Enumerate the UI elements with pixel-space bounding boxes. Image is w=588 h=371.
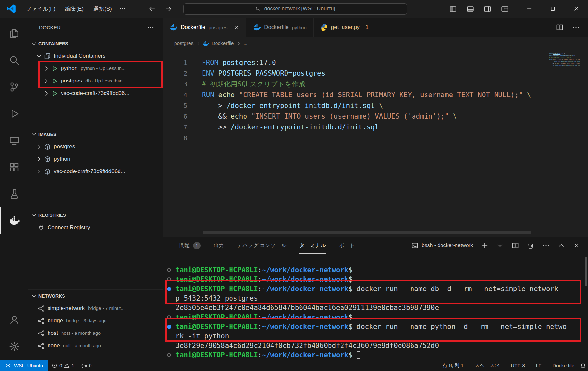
ports-status[interactable]: 0 <box>78 360 95 371</box>
new-terminal-icon[interactable] <box>481 242 488 249</box>
section-header-containers[interactable]: CONTAINERS <box>28 37 163 50</box>
split-terminal-icon[interactable] <box>512 242 519 249</box>
breadcrumb-item[interactable]: Dockerfile <box>203 40 234 47</box>
kill-terminal-icon[interactable] <box>527 242 534 249</box>
command-decoration[interactable] <box>167 268 171 272</box>
code-editor[interactable]: 1FROM postgres:17.02ENV POSTGRES_PASSWOR… <box>163 50 588 237</box>
panel-tab[interactable]: デバッグ コンソール <box>237 237 286 254</box>
tree-item-host[interactable]: hosthost - a month ago <box>28 327 163 339</box>
network-icon <box>38 318 45 324</box>
minimap[interactable]: FROM postgres:17.0ENV POSTGRES_PASSWORD=… <box>549 53 580 68</box>
activitybar-item-explorer[interactable] <box>0 20 28 47</box>
tree-item-individual-containers[interactable]: Individual Containers <box>28 50 163 62</box>
menu-item[interactable]: 編集(E) <box>60 3 89 15</box>
line-number: 8 <box>163 133 187 143</box>
terminal-line: 3e8f29e79058a4c6d29c2104f0cb732fb4060bdf… <box>163 341 588 350</box>
activitybar-item-run-debug[interactable] <box>0 100 28 127</box>
activitybar-item-accounts[interactable] <box>0 306 28 333</box>
play-icon <box>51 78 58 84</box>
item-label: python <box>61 65 77 72</box>
tab-list: DockerfilepostgresDockerfilepythonget_us… <box>163 18 375 37</box>
forward-button[interactable] <box>165 5 172 13</box>
search-icon <box>9 55 20 66</box>
activitybar-item-testing[interactable] <box>0 181 28 207</box>
terminal-dropdown-icon[interactable] <box>497 242 504 249</box>
command-decoration[interactable] <box>167 315 171 319</box>
menu-overflow-button[interactable] <box>117 3 128 14</box>
minimize-button[interactable] <box>518 0 541 18</box>
tab-dockerfile[interactable]: Dockerfilepython <box>246 18 314 37</box>
section-header-images[interactable]: IMAGES <box>28 128 163 141</box>
back-button[interactable] <box>148 5 156 13</box>
panel-tab[interactable]: 問題1 <box>179 237 201 254</box>
activitybar-item-search[interactable] <box>0 47 28 74</box>
close-tab-icon[interactable] <box>234 24 240 30</box>
close-panel-icon[interactable] <box>573 242 580 249</box>
section-label: NETWORKS <box>38 293 65 299</box>
tree-item-postgres[interactable]: postgres <box>28 141 163 153</box>
tree-item-none[interactable]: nonenull - a month ago <box>28 339 163 352</box>
activitybar-item-settings[interactable] <box>0 333 28 360</box>
tree-item-bridge[interactable]: bridgebridge - 3 days ago <box>28 315 163 327</box>
command-center[interactable]: docker-network [WSL: Ubuntu] <box>183 3 407 15</box>
breadcrumb-item[interactable]: postgres <box>174 40 193 46</box>
section-header-registries[interactable]: REGISTRIES <box>28 209 163 221</box>
tree-item-python[interactable]: python <box>28 153 163 165</box>
notifications-button[interactable] <box>578 363 588 369</box>
toggle-secondary-sidebar-icon[interactable] <box>484 5 491 13</box>
section-header-networks[interactable]: NETWORKS <box>28 290 163 302</box>
remote-indicator[interactable]: WSL: Ubuntu <box>0 360 48 371</box>
cursor-position[interactable]: 行 8, 列 1 <box>443 363 463 369</box>
breadcrumb-item[interactable]: ... <box>243 40 247 46</box>
menu-item[interactable]: ファイル(F) <box>21 3 60 15</box>
panel-tab[interactable]: ポート <box>339 237 355 254</box>
maximize-panel-icon[interactable] <box>558 242 565 249</box>
indent-setting[interactable]: スペース: 4 <box>475 363 500 369</box>
panel-tab[interactable]: 出力 <box>214 237 224 254</box>
code-line: 6 && echo "INSERT INTO users (username) … <box>163 111 588 122</box>
customize-layout-icon[interactable] <box>501 5 509 13</box>
tab-title: Dockerfile <box>264 24 289 31</box>
terminal-picker[interactable]: bash - docker-network <box>411 242 473 249</box>
maximize-button[interactable] <box>541 0 565 18</box>
activitybar-item-source-control[interactable] <box>0 74 28 100</box>
split-editor-icon[interactable] <box>556 24 563 31</box>
command-decoration[interactable] <box>167 287 171 291</box>
code-line: 7 >> /docker-entrypoint-initdb.d/init.sq… <box>163 122 588 133</box>
minimap-line <box>549 67 580 68</box>
tree-item-postgres[interactable]: postgresdb - Up Less than ... <box>28 75 163 87</box>
activitybar-item-docker[interactable] <box>0 207 28 234</box>
item-label: bridge <box>48 318 63 324</box>
encoding[interactable]: UTF-8 <box>511 363 525 368</box>
command-decoration[interactable] <box>167 353 171 357</box>
panel-more-actions-icon[interactable] <box>542 242 550 249</box>
tree-item-simple-network[interactable]: simple-networkbridge - 7 minut... <box>28 302 163 315</box>
tab-get_user.py[interactable]: get_user.py1 <box>314 18 375 37</box>
problems-status[interactable]: 0 1 <box>48 360 78 371</box>
activitybar-item-remote-explorer[interactable] <box>0 127 28 154</box>
terminal[interactable]: tani@DESKTOP-HCPA8LI:~/work/docker-netwo… <box>163 254 588 360</box>
editor-more-actions-icon[interactable] <box>572 24 580 31</box>
code-line-text <box>187 133 202 143</box>
menu-item[interactable]: 選択(S) <box>89 3 117 15</box>
tree-item-connect-registry-[interactable]: Connect Registry... <box>28 221 163 234</box>
command-decoration[interactable] <box>167 325 171 329</box>
layout-controls <box>449 5 509 13</box>
sidebar-more-actions-icon[interactable] <box>147 24 154 31</box>
terminal-scrollbar[interactable] <box>585 257 587 286</box>
tab-dockerfile[interactable]: Dockerfilepostgres <box>163 18 246 37</box>
close-button[interactable] <box>565 0 588 18</box>
horizontal-scrollbar[interactable] <box>203 231 531 234</box>
breadcrumb-label: Dockerfile <box>211 40 234 46</box>
toggle-panel-icon[interactable] <box>467 5 474 13</box>
command-decoration[interactable] <box>167 277 171 281</box>
language-mode[interactable]: Dockerfile <box>553 363 574 368</box>
eol-selector[interactable]: LF <box>536 363 542 368</box>
tree-item-python[interactable]: pythonpython - Up Less th... <box>28 62 163 75</box>
toggle-sidebar-icon[interactable] <box>449 5 457 13</box>
activitybar-item-extensions[interactable] <box>0 154 28 181</box>
tree-item-vsc-code-craft-73c9ffdd06d-[interactable]: vsc-code-craft-73c9ffdd06d... <box>28 165 163 178</box>
tree-item-vsc-code-craft-73c9ffdd06-[interactable]: vsc-code-craft-73c9ffdd06... <box>28 87 163 99</box>
panel-tab[interactable]: ターミナル <box>299 237 326 254</box>
ports-count: 0 <box>89 363 91 368</box>
